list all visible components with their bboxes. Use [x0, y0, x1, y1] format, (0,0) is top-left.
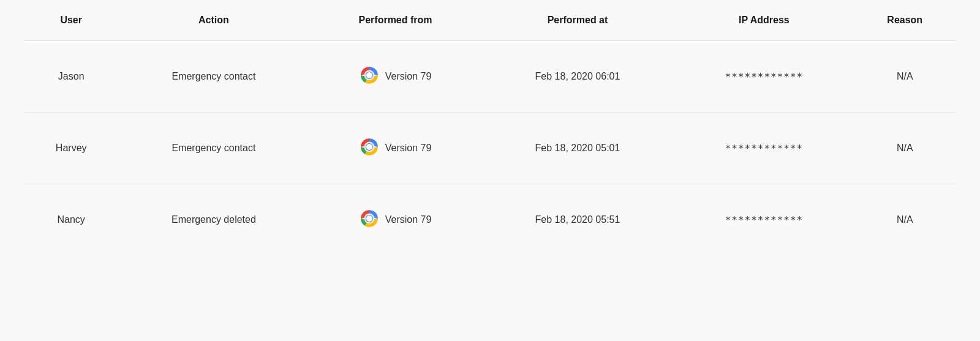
cell-action: Emergency deleted	[118, 184, 309, 256]
chrome-icon	[360, 137, 379, 159]
audit-log-table: User Action Performed from Performed at …	[24, 0, 956, 255]
cell-performed-at: Feb 18, 2020 05:01	[481, 113, 674, 184]
cell-reason: N/A	[854, 41, 956, 113]
cell-performed-at: Feb 18, 2020 05:51	[481, 184, 674, 256]
col-header-action: Action	[118, 0, 309, 41]
chrome-icon	[360, 209, 379, 231]
col-header-performed-at: Performed at	[481, 0, 674, 41]
cell-user: Nancy	[24, 184, 118, 256]
browser-version: Version 79	[385, 143, 432, 154]
table-header-row: User Action Performed from Performed at …	[24, 0, 956, 41]
col-header-user: User	[24, 0, 118, 41]
svg-point-3	[366, 72, 372, 78]
cell-ip-address: ************	[674, 113, 854, 184]
table-row: Harvey Emergency contact	[24, 113, 956, 184]
svg-point-7	[366, 144, 372, 150]
cell-performed-from: Version 79	[309, 41, 481, 113]
table-row: Nancy Emergency deleted	[24, 184, 956, 256]
cell-action: Emergency contact	[118, 41, 309, 113]
cell-user: Harvey	[24, 113, 118, 184]
svg-point-11	[366, 215, 372, 222]
browser-version: Version 79	[385, 71, 432, 82]
cell-ip-address: ************	[674, 41, 854, 113]
chrome-icon	[360, 66, 379, 88]
cell-reason: N/A	[854, 113, 956, 184]
cell-performed-from: Version 79	[309, 113, 481, 184]
col-header-reason: Reason	[854, 0, 956, 41]
col-header-performed-from: Performed from	[309, 0, 481, 41]
cell-user: Jason	[24, 41, 118, 113]
cell-ip-address: ************	[674, 184, 854, 256]
cell-performed-from: Version 79	[309, 184, 481, 256]
cell-performed-at: Feb 18, 2020 06:01	[481, 41, 674, 113]
audit-log-table-container: User Action Performed from Performed at …	[0, 0, 980, 255]
cell-action: Emergency contact	[118, 113, 309, 184]
cell-reason: N/A	[854, 184, 956, 256]
table-row: Jason Emergency contact	[24, 41, 956, 113]
col-header-ip-address: IP Address	[674, 0, 854, 41]
browser-version: Version 79	[385, 214, 432, 225]
